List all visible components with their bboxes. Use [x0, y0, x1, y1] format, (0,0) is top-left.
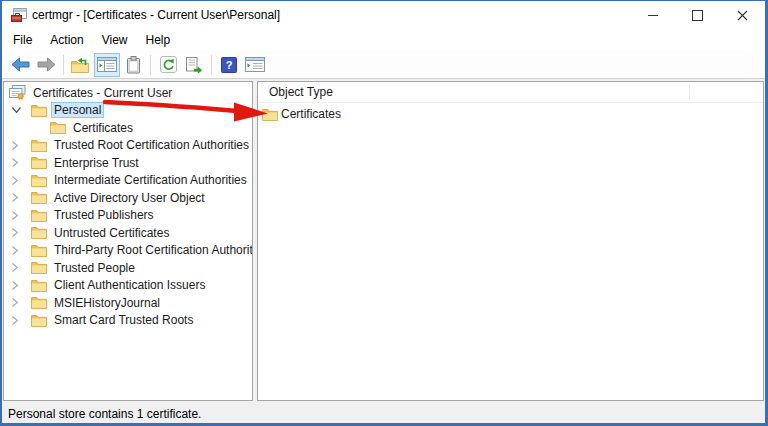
tree-item-untrusted-certificates[interactable]: Untrusted Certificates: [4, 224, 252, 242]
maximize-icon: [692, 10, 703, 21]
forward-button[interactable]: [33, 53, 59, 77]
menu-bar: FileActionViewHelp: [2, 29, 765, 51]
folder-icon: [31, 191, 47, 204]
expand-chevron-icon[interactable]: [8, 245, 31, 256]
up-one-level-icon: [71, 57, 91, 73]
tree-item-label: Intermediate Certification Authorities: [51, 172, 250, 188]
help-icon: ?: [221, 57, 237, 73]
tree-item-label: Certificates: [70, 120, 136, 136]
tree-item-label: Trusted People: [51, 260, 138, 276]
expand-chevron-icon[interactable]: [8, 157, 31, 168]
window-controls: [630, 1, 765, 29]
maximize-button[interactable]: [675, 1, 720, 29]
folder-icon: [31, 156, 47, 169]
folder-icon: [31, 314, 47, 327]
minimize-button[interactable]: [630, 1, 675, 29]
folder-icon: [31, 244, 47, 257]
object-list-rows: Certificates: [258, 105, 763, 123]
tree-item-smart-card-trusted-roots[interactable]: Smart Card Trusted Roots: [4, 312, 252, 330]
menu-file[interactable]: File: [4, 30, 41, 50]
menu-help[interactable]: Help: [137, 30, 180, 50]
tree-item-label: Active Directory User Object: [51, 190, 208, 206]
close-button[interactable]: [720, 1, 765, 29]
folder-icon: [31, 279, 47, 292]
refresh-icon: [160, 56, 177, 73]
expand-chevron-icon[interactable]: [8, 210, 31, 221]
export-list-icon: [185, 57, 203, 73]
back-button[interactable]: [7, 53, 33, 77]
tree-item-label: Trusted Publishers: [51, 207, 157, 223]
expand-chevron-icon[interactable]: [8, 140, 31, 151]
tree-item-enterprise-trust[interactable]: Enterprise Trust: [4, 154, 252, 172]
title-bar: certmgr - [Certificates - Current User\P…: [2, 1, 765, 29]
toolbar: ?: [2, 51, 765, 79]
folder-icon: [31, 139, 47, 152]
folder-icon: [31, 296, 47, 309]
expand-chevron-icon[interactable]: [8, 315, 31, 326]
up-one-level-button[interactable]: [68, 53, 94, 77]
object-list-pane: Object Type Certificates: [257, 81, 764, 401]
tree-item-trusted-people[interactable]: Trusted People: [4, 259, 252, 277]
menu-view[interactable]: View: [93, 30, 137, 50]
tree-item-trusted-root-certification-authorities[interactable]: Trusted Root Certification Authorities: [4, 137, 252, 155]
svg-text:?: ?: [226, 59, 233, 71]
show-console-tree-button[interactable]: [94, 53, 120, 77]
column-header-object-type[interactable]: Object Type: [258, 82, 763, 103]
tree-item-label: Third-Party Root Certification Authoriti…: [51, 242, 253, 258]
certificates-store-icon: [8, 85, 26, 100]
tree-item-label: Untrusted Certificates: [51, 225, 172, 241]
collapse-chevron-icon[interactable]: [8, 106, 31, 114]
show-action-pane-icon: [245, 57, 265, 72]
tree-item-certificates-current-user[interactable]: Certificates - Current User: [4, 84, 252, 102]
window-title: certmgr - [Certificates - Current User\P…: [32, 8, 280, 22]
tree-item-personal[interactable]: Personal: [4, 102, 252, 120]
column-separator: [689, 84, 690, 100]
properties-button[interactable]: [120, 53, 146, 77]
expand-chevron-icon[interactable]: [8, 175, 31, 186]
tree-item-msiehistoryjournal[interactable]: MSIEHistoryJournal: [4, 294, 252, 312]
tree-item-label: Smart Card Trusted Roots: [51, 312, 196, 328]
folder-icon: [31, 209, 47, 222]
menu-action[interactable]: Action: [41, 30, 92, 50]
export-list-button[interactable]: [181, 53, 207, 77]
folder-icon: [31, 261, 47, 274]
tree-item-label: Enterprise Trust: [51, 155, 142, 171]
close-icon: [737, 10, 748, 21]
tree-item-third-party-root-certification-authorities[interactable]: Third-Party Root Certification Authoriti…: [4, 242, 252, 260]
help-button[interactable]: ?: [216, 53, 242, 77]
tree-item-label: MSIEHistoryJournal: [51, 295, 163, 311]
list-row-certificates[interactable]: Certificates: [258, 105, 763, 123]
tree-item-label: Trusted Root Certification Authorities: [51, 137, 252, 153]
expand-chevron-icon[interactable]: [8, 297, 31, 308]
certificates-tree: Certificates - Current UserPersonalCerti…: [4, 82, 252, 329]
expand-chevron-icon[interactable]: [8, 262, 31, 273]
refresh-button[interactable]: [155, 53, 181, 77]
toolbar-separator: [211, 55, 212, 75]
toolbar-separator: [63, 55, 64, 75]
expand-chevron-icon[interactable]: [8, 227, 31, 238]
tree-item-certificates[interactable]: Certificates: [4, 119, 252, 137]
folder-icon: [31, 104, 47, 117]
folder-icon: [262, 108, 278, 121]
status-bar: Personal store contains 1 certificate.: [2, 404, 765, 423]
certmgr-app-icon: [11, 7, 27, 23]
expand-chevron-icon[interactable]: [8, 280, 31, 291]
tree-item-client-authentication-issuers[interactable]: Client Authentication Issuers: [4, 277, 252, 295]
list-row-label: Certificates: [281, 107, 341, 121]
forward-icon: [37, 57, 56, 72]
console-tree-pane: Certificates - Current UserPersonalCerti…: [3, 81, 253, 401]
toolbar-separator: [150, 55, 151, 75]
folder-icon: [31, 226, 47, 239]
expand-chevron-icon[interactable]: [8, 192, 31, 203]
back-icon: [11, 57, 30, 72]
show-action-pane-button[interactable]: [242, 53, 268, 77]
folder-icon: [31, 174, 47, 187]
tree-item-active-directory-user-object[interactable]: Active Directory User Object: [4, 189, 252, 207]
tree-item-intermediate-certification-authorities[interactable]: Intermediate Certification Authorities: [4, 172, 252, 190]
tree-item-label: Client Authentication Issuers: [51, 277, 208, 293]
show-console-tree-icon: [97, 57, 117, 72]
certmgr-window: certmgr - [Certificates - Current User\P…: [0, 0, 768, 426]
console-content: Certificates - Current UserPersonalCerti…: [2, 79, 765, 404]
properties-icon: [126, 56, 141, 74]
tree-item-trusted-publishers[interactable]: Trusted Publishers: [4, 207, 252, 225]
